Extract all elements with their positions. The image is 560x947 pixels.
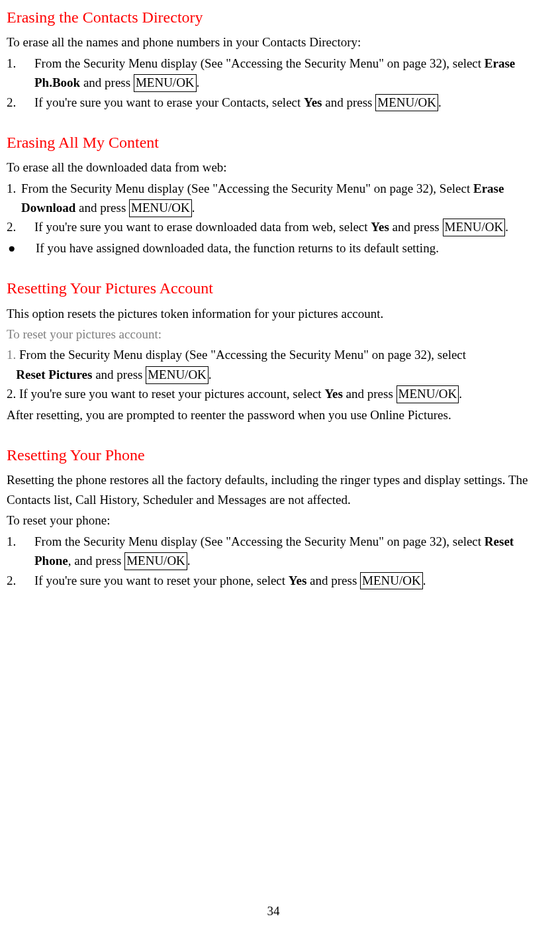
bold-term: Yes [289,573,306,587]
text: and press [80,75,134,89]
text: From the Security Menu display (See "Acc… [34,56,485,70]
list-number: 2. [7,93,34,112]
intro-text: Resetting the phone restores all the fac… [7,470,540,509]
text: and press [389,220,443,234]
list-number: 1. [7,348,16,362]
key-button: MENU/OK [397,385,459,403]
list-body: From the Security Menu display (See "Acc… [21,179,540,218]
bold-term: Yes [371,220,389,234]
text: . [423,573,426,587]
text: and press [322,95,376,109]
bold-term: Yes [324,387,342,401]
list-body: From the Security Menu display (See "Acc… [34,54,540,93]
list-item: 2. If you're sure you want to reset your… [7,384,540,403]
list-item: 2. If you're sure you want to erase your… [7,93,540,112]
list-body: 1. From the Security Menu display (See "… [7,345,540,384]
key-button: MENU/OK [375,94,438,112]
text: . [209,368,212,381]
key-button: MENU/OK [134,74,197,92]
after-text: After resetting, you are prompted to ree… [7,405,540,424]
list-item: 1. From the Security Menu display (See "… [7,179,540,218]
text: If you're sure you want to erase your Co… [34,95,304,109]
key-button: MENU/OK [360,572,423,590]
list-body: From the Security Menu display (See "Acc… [34,532,540,571]
key-button: MENU/OK [129,199,192,217]
heading-erasing-content: Erasing All My Content [7,130,540,155]
bullet-icon: ● [7,238,36,258]
text: and press [92,368,146,381]
list-item: 1. From the Security Menu display (See "… [7,54,540,93]
list-body: If you're sure you want to reset your ph… [34,571,540,590]
intro-text: This option resets the pictures token in… [7,304,540,323]
heading-resetting-phone: Resetting Your Phone [7,443,540,468]
text: and press [306,573,360,587]
text: From the Security Menu display (See "Acc… [16,348,466,362]
list-number: 2. [7,387,16,401]
intro-text: To erase all the names and phone numbers… [7,32,540,52]
text: From the Security Menu display (See "Acc… [34,534,485,548]
list-number: 1. [7,179,21,218]
list-number: 2. [7,217,34,236]
text: If you're sure you want to reset your pi… [16,387,324,401]
text: and press [75,201,129,215]
key-button: MENU/OK [443,219,506,236]
text: From the Security Menu display (See "Acc… [21,181,473,195]
key-button: MENU/OK [146,366,209,384]
list-number: 2. [7,571,34,590]
text: . [505,220,508,234]
list-body: If you're sure you want to erase your Co… [34,93,540,112]
heading-resetting-pictures: Resetting Your Pictures Account [7,276,540,301]
list-body: If you're sure you want to erase downloa… [34,217,540,236]
list-number: 1. [7,532,34,571]
text: . [459,387,462,401]
text: , and press [68,554,124,568]
text: . [438,95,442,109]
text: and press [343,387,397,401]
list-number: 1. [7,54,34,93]
bold-term: Yes [304,95,322,109]
key-button: MENU/OK [124,552,187,570]
list-item: 2. If you're sure you want to erase down… [7,217,540,236]
text: . [197,75,200,89]
page-number: 34 [7,901,540,921]
bullet-item: ● If you have assigned downloaded data, … [7,238,540,258]
list-item: 1. From the Security Menu display (See "… [7,345,540,384]
heading-erasing-contacts: Erasing the Contacts Directory [7,5,540,30]
bold-term: Reset Pictures [16,368,92,381]
text: . [187,554,191,568]
text: If you're sure you want to erase downloa… [34,220,371,234]
list-item: 2. If you're sure you want to reset your… [7,571,540,590]
bullet-text: If you have assigned downloaded data, th… [36,238,540,258]
list-item: 1. From the Security Menu display (See "… [7,532,540,571]
intro-text: To erase all the downloaded data from we… [7,158,540,177]
intro-text: To reset your phone: [7,511,540,530]
text: If you're sure you want to reset your ph… [34,573,289,587]
intro-text-gray: To reset your pictures account: [7,324,540,344]
text: . [192,201,195,215]
